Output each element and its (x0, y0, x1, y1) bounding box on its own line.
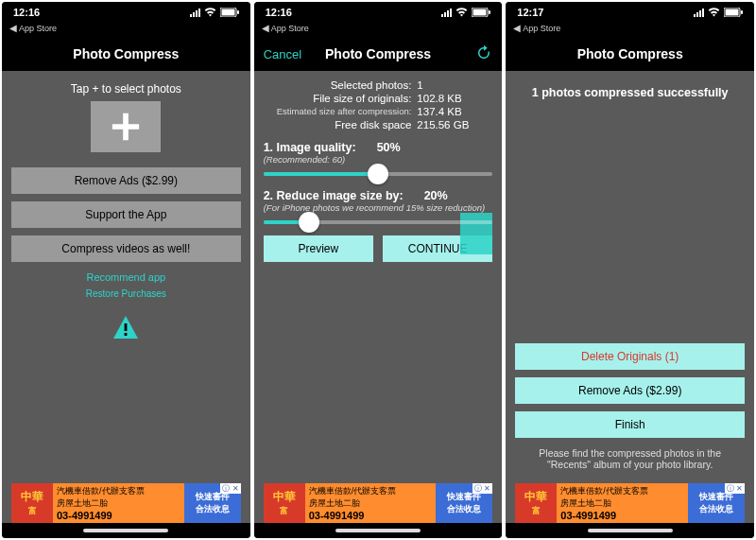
svg-rect-2 (237, 10, 239, 14)
compress-video-button[interactable]: Compress videos as well! (11, 235, 241, 262)
status-bar: 12:17 (506, 2, 754, 23)
home-indicator[interactable] (2, 523, 250, 538)
back-to-appstore[interactable]: ◀App Store (506, 23, 754, 37)
reduce-label: 2. Reduce image size by:20% (264, 189, 493, 202)
size-preview-thumbnail (460, 213, 492, 254)
remove-ads-button[interactable]: Remove Ads ($2.99) (11, 167, 241, 194)
svg-rect-9 (726, 9, 739, 16)
slider-thumb[interactable] (299, 212, 319, 233)
refresh-icon (475, 44, 492, 61)
signal-icon (441, 9, 452, 17)
delete-originals-button[interactable]: Delete Originals (1) (515, 343, 745, 370)
nav-bar: Cancel Photo Compress (254, 37, 503, 71)
finish-button[interactable]: Finish (515, 411, 745, 438)
quality-slider-fill (264, 172, 378, 176)
status-time: 12:16 (13, 7, 40, 18)
page-title: Photo Compress (73, 46, 179, 61)
wifi-icon (708, 8, 720, 17)
status-time: 12:17 (517, 7, 543, 18)
signal-icon (190, 9, 200, 17)
warning-icon[interactable] (113, 316, 138, 341)
svg-rect-7 (489, 10, 490, 14)
ad-banner[interactable]: 中華富 汽機車借款/代辦支客票房屋土地二胎03-4991499 快速審件合法收息… (264, 483, 493, 523)
signal-icon (694, 9, 704, 17)
refresh-button[interactable] (475, 44, 492, 64)
nav-bar: Photo Compress (506, 37, 754, 71)
wifi-icon (455, 8, 468, 17)
ad-close-icon[interactable]: ⓘ ✕ (220, 483, 240, 494)
remove-ads-button[interactable]: Remove Ads ($2.99) (515, 377, 745, 404)
reduce-slider[interactable] (264, 220, 493, 224)
svg-rect-6 (473, 9, 487, 16)
support-app-button[interactable]: Support the App (11, 201, 241, 228)
home-indicator[interactable] (254, 523, 503, 538)
nav-bar: Photo Compress (2, 37, 250, 71)
success-message: 1 photos compressed successfully (515, 86, 745, 99)
status-bar: 12:16 (254, 2, 503, 23)
cancel-button[interactable]: Cancel (264, 47, 301, 61)
add-photos-button[interactable] (91, 101, 161, 152)
ad-close-icon[interactable]: ⓘ ✕ (472, 483, 492, 494)
screen-result: 12:17 ◀App Store Photo Compress 1 photos… (506, 2, 754, 538)
svg-rect-3 (125, 323, 128, 331)
wifi-icon (204, 8, 216, 17)
page-title: Photo Compress (325, 46, 431, 61)
select-hint: Tap + to select photos (11, 82, 241, 96)
restore-purchases-link[interactable]: Restore Purchases (11, 288, 241, 299)
quality-slider[interactable] (264, 172, 493, 176)
svg-rect-10 (741, 10, 743, 14)
quality-label: 1. Image quality:50% (264, 141, 493, 154)
status-time: 12:16 (266, 7, 292, 18)
screen-home: 12:16 ◀App Store Photo Compress Tap + to… (2, 2, 250, 538)
back-to-appstore[interactable]: ◀App Store (2, 23, 250, 37)
battery-icon (724, 8, 743, 17)
svg-rect-1 (221, 9, 234, 16)
home-indicator[interactable] (506, 523, 754, 538)
back-to-appstore[interactable]: ◀App Store (254, 23, 503, 37)
ad-banner[interactable]: 中華富 汽機車借款/代辦支客票房屋土地二胎03-4991499 快速審件合法收息… (11, 483, 241, 523)
library-note: Please find the compressed photos in the… (515, 447, 745, 470)
screen-settings: 12:16 ◀App Store Cancel Photo Compress S… (254, 2, 503, 538)
page-title: Photo Compress (577, 46, 683, 61)
preview-button[interactable]: Preview (264, 235, 373, 262)
battery-icon (472, 8, 490, 17)
ad-banner[interactable]: 中華富 汽機車借款/代辦支客票房屋土地二胎03-4991499 快速審件合法收息… (515, 483, 745, 523)
status-bar: 12:16 (2, 2, 250, 23)
svg-rect-4 (125, 333, 128, 336)
recommend-link[interactable]: Recommend app (11, 271, 241, 283)
ad-close-icon[interactable]: ⓘ ✕ (725, 483, 745, 494)
plus-icon (110, 111, 142, 143)
battery-icon (220, 8, 239, 17)
